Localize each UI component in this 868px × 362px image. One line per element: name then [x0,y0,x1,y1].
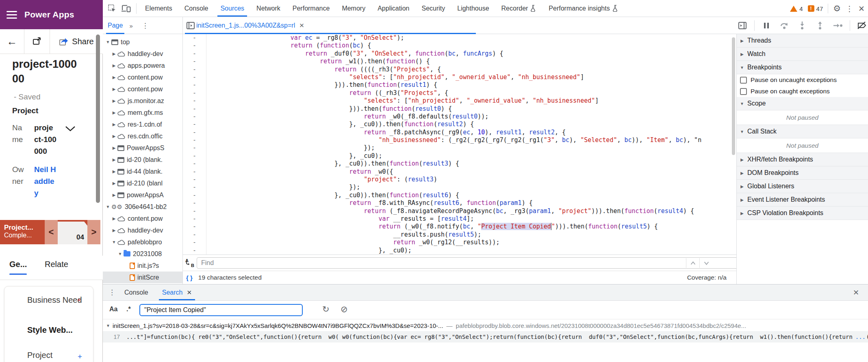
search-result-line-row[interactable]: 17 ...t"]=function(bc){_re0("3","OnSelec… [103,331,868,343]
line-gutter[interactable]: - [183,160,206,168]
line-gutter[interactable]: - [183,73,206,81]
navigator-tab-page[interactable]: Page [108,17,123,34]
tree-expanded-icon[interactable]: ▼ [117,252,123,256]
tab-memory[interactable]: Memory [336,0,371,17]
close-devtools-button[interactable]: ✕ [858,4,865,13]
tree-collapsed-icon[interactable]: ▶ [111,75,117,80]
tree-item-initjss[interactable]: init.js?s [103,260,182,272]
step-button[interactable] [832,19,844,32]
section-threads[interactable]: ▶Threads [737,34,868,47]
tab-console[interactable]: Console [178,0,215,17]
line-gutter[interactable]: - [183,168,206,176]
line-gutter[interactable]: - [183,66,206,73]
tab-application[interactable]: Application [371,0,415,17]
line-gutter[interactable]: - [183,192,206,199]
tab-lighthouse[interactable]: Lighthouse [451,0,495,17]
line-gutter[interactable]: - [183,97,206,105]
warnings-badge[interactable]: 4 [790,5,803,12]
drawer-tab-console[interactable]: Console [119,284,153,300]
tree-collapsed-icon[interactable]: ▶ [111,63,117,68]
line-gutter[interactable]: - [183,223,206,231]
powerapps-scrollbar[interactable] [96,34,100,203]
tree-expanded-icon[interactable]: ▼ [105,40,111,44]
tree-item-haddleydev[interactable]: ▶haddley-dev [103,48,182,60]
line-gutter[interactable]: - [183,113,206,121]
tab-performance[interactable]: Performance [286,0,336,17]
line-gutter[interactable]: - [183,121,206,128]
tab-performance-insights[interactable]: Performance insights [542,0,624,17]
device-toolbar-button[interactable] [119,2,133,15]
section-xhr-fetch-breakpoints[interactable]: ▶XHR/fetch Breakpoints [737,153,868,166]
tree-item-powerappsa[interactable]: ▶powerAppsA [103,189,182,201]
tree-expanded-icon[interactable]: ▼ [111,240,117,244]
line-gutter[interactable]: - [183,239,206,246]
search-match-case-toggle[interactable]: Aa [109,306,117,313]
result-expand-icon[interactable]: ▼ [106,323,110,328]
line-gutter[interactable]: - [183,152,206,160]
file-tab[interactable]: initScreen_1.js...00%3A00Z&sp=rl ✕ [196,17,304,34]
line-gutter[interactable]: - [183,199,206,207]
tree-collapsed-icon[interactable]: ▶ [111,216,117,221]
tab-security[interactable]: Security [415,0,451,17]
drawer-menu-button[interactable]: ⋮ [108,288,115,297]
tree-item-haddleydev[interactable]: ▶haddley-dev [103,224,182,236]
hamburger-menu-icon[interactable] [7,11,17,19]
pause-script-button[interactable] [760,19,773,32]
tree-item-powerappss[interactable]: ▶PowerAppsS [103,142,182,154]
tree-item-res1cdnof[interactable]: ▶res-1.cdn.of [103,119,182,130]
tree-item-top[interactable]: ▼top [103,36,182,48]
open-in-new-window-button[interactable] [24,29,50,54]
tree-item-memgfxms[interactable]: ▶mem.gfx.ms [103,107,182,119]
back-button[interactable]: ← [0,29,24,54]
line-gutter[interactable]: - [183,42,206,50]
step-into-button[interactable] [796,19,808,32]
tree-item-id210blanl[interactable]: ▶id-210 (blanl [103,177,182,189]
drawer-search-input[interactable] [139,304,303,316]
search-result-file-row[interactable]: ▼ initScreen_1.js?sv=2018-03-28&sr=c&sig… [103,320,868,331]
line-gutter[interactable]: - [183,176,206,183]
share-button[interactable]: Share [50,29,103,54]
section-dom-breakpoints[interactable]: ▶DOM Breakpoints [737,166,868,180]
tree-item-pafeblobpro[interactable]: ▼pafeblobpro [103,236,182,248]
step-over-button[interactable] [778,19,790,32]
line-gutter[interactable]: - [183,144,206,152]
section-csp-violation-breakpoints[interactable]: ▶CSP Violation Breakpoints [737,207,868,220]
tree-collapsed-icon[interactable]: ▶ [111,146,117,150]
search-regex-toggle[interactable]: .* [126,306,131,313]
line-gutter[interactable]: - [183,215,206,223]
tree-collapsed-icon[interactable]: ▶ [111,157,117,162]
tree-item-306e4641bb2[interactable]: ▼⚙⚙306e4641-bb2 [103,201,182,213]
line-gutter[interactable]: - [183,105,206,113]
section-scope[interactable]: ▼Scope [737,97,868,110]
tree-collapsed-icon[interactable]: ▶ [111,134,117,138]
section-event-listener-breakpoints[interactable]: ▶Event Listener Breakpoints [737,193,868,207]
code-editor[interactable]: - var ec = _rg8("3", "OnSelect");- retur… [183,34,736,254]
tree-item-jsmonitoraz[interactable]: ▶js.monitor.az [103,95,182,107]
find-previous-button[interactable] [686,258,700,268]
tab-elements[interactable]: Elements [139,0,178,17]
section-global-listeners[interactable]: ▶Global Listeners [737,180,868,193]
drawer-tab-search[interactable]: Search✕ [157,284,197,300]
tree-item-id44blank[interactable]: ▶id-44 (blank. [103,166,182,177]
section-breakpoints[interactable]: ▼Breakpoints [737,61,868,74]
tree-collapsed-icon[interactable]: ▶ [111,181,117,185]
tree-collapsed-icon[interactable]: ▶ [111,99,117,103]
line-gutter[interactable]: - [183,231,206,239]
tree-collapsed-icon[interactable]: ▶ [111,87,117,91]
tree-item-id20blank[interactable]: ▶id-20 (blank. [103,154,182,166]
tab-network[interactable]: Network [250,0,286,17]
form-tab-ge[interactable]: Ge... [9,260,27,269]
line-gutter[interactable]: - [183,50,206,58]
close-drawer-button[interactable]: ✕ [853,288,859,297]
section-call-stack[interactable]: ▼Call Stack [737,125,868,138]
tree-item-initscre[interactable]: initScre [103,272,182,283]
field-value-link[interactable]: Neil Haddley [34,164,57,199]
line-gutter[interactable]: - [183,207,206,215]
section-watch[interactable]: ▶Watch [737,47,868,61]
find-input[interactable] [197,257,743,269]
line-gutter[interactable]: - [183,247,206,254]
line-gutter[interactable]: - [183,81,206,89]
deactivate-breakpoints-button[interactable] [856,19,868,32]
tab-sources[interactable]: Sources [214,0,250,17]
checkbox[interactable] [740,77,747,84]
